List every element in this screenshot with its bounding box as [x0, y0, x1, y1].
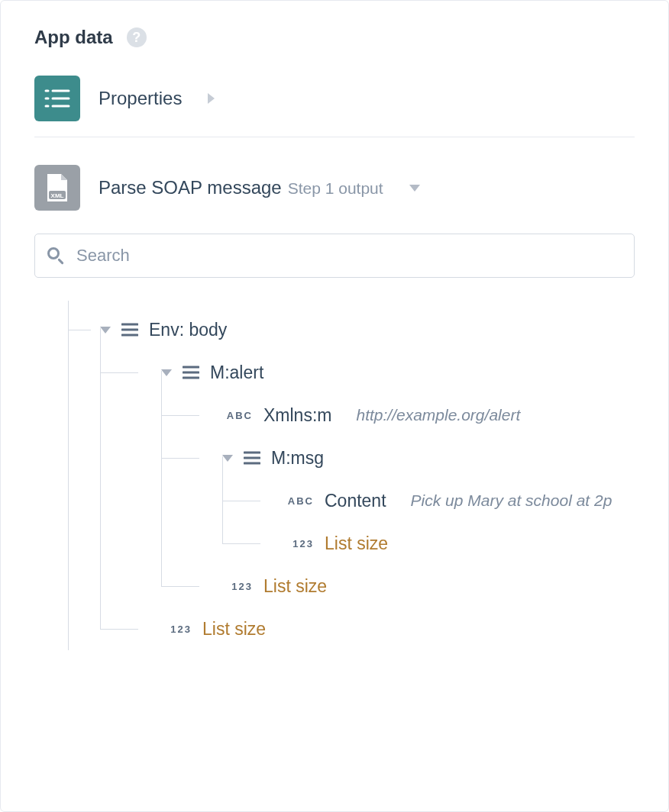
tree-node-list-size[interactable]: 123 List size — [161, 607, 635, 650]
search-icon — [47, 247, 64, 264]
search-input[interactable] — [75, 245, 622, 266]
tree-node-m-alert[interactable]: M:alert — [161, 351, 635, 394]
properties-section[interactable]: Properties — [34, 76, 635, 121]
tree-node-env-body[interactable]: Env: body — [100, 308, 635, 351]
tree-node-content[interactable]: ABC Content Pick up Mary at school at 2p — [283, 479, 635, 522]
node-label: List size — [263, 576, 327, 597]
parse-soap-subtitle: Step 1 output — [288, 179, 383, 198]
help-icon[interactable]: ? — [127, 27, 147, 47]
object-icon — [244, 451, 260, 465]
type-badge-123: 123 — [161, 624, 192, 635]
node-label: Content — [325, 491, 386, 511]
type-badge-abc: ABC — [222, 410, 253, 421]
search-box[interactable] — [34, 234, 635, 278]
app-data-panel: App data ? Properties XML — [0, 0, 669, 812]
node-label: Env: body — [149, 320, 227, 340]
tree-node-xmlns-m[interactable]: ABC Xmlns:m http://example.org/alert — [222, 394, 635, 437]
chevron-down-icon — [409, 185, 420, 192]
parse-soap-section[interactable]: XML Parse SOAP message Step 1 output — [34, 165, 635, 211]
parse-soap-label: Parse SOAP message — [99, 177, 282, 198]
panel-header: App data ? — [34, 27, 635, 48]
xml-file-icon: XML — [34, 165, 80, 211]
type-badge-123: 123 — [283, 538, 314, 549]
panel-title: App data — [34, 27, 113, 48]
svg-text:XML: XML — [51, 192, 64, 199]
caret-down-icon — [100, 327, 111, 334]
node-value: http://example.org/alert — [356, 406, 520, 424]
chevron-right-icon — [208, 93, 215, 104]
list-icon — [34, 76, 80, 121]
properties-label: Properties — [99, 88, 182, 109]
node-label: List size — [325, 533, 388, 554]
caret-down-icon — [222, 455, 233, 462]
node-label: M:alert — [210, 362, 263, 383]
node-label: List size — [202, 619, 266, 640]
divider — [34, 137, 635, 137]
object-icon — [183, 366, 199, 379]
tree-node-list-size[interactable]: 123 List size — [222, 565, 635, 607]
type-badge-123: 123 — [222, 581, 253, 592]
node-label: Xmlns:m — [263, 405, 331, 426]
node-label: M:msg — [271, 448, 324, 469]
tree-node-m-msg[interactable]: M:msg — [222, 437, 635, 479]
data-tree: Env: body M:alert — [68, 308, 635, 650]
type-badge-abc: ABC — [283, 495, 314, 507]
tree-node-list-size[interactable]: 123 List size — [283, 522, 635, 565]
caret-down-icon — [161, 369, 172, 376]
node-value: Pick up Mary at school at 2p — [411, 491, 612, 510]
object-icon — [121, 323, 138, 337]
